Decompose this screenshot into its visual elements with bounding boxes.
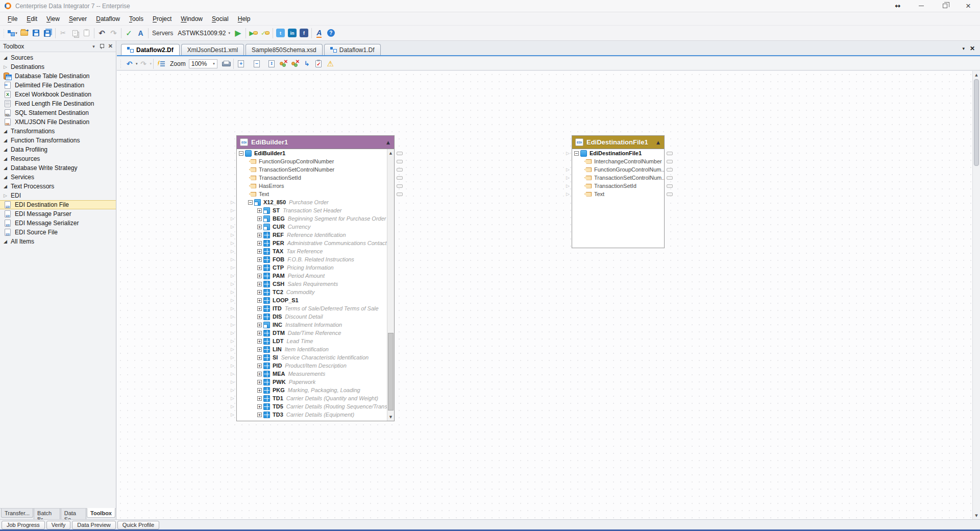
new-dataflow-button[interactable]: ▾ <box>7 27 18 39</box>
output-port[interactable] <box>397 152 403 155</box>
tree-row[interactable]: +TAXTax Reference <box>237 247 387 255</box>
fit-height-button[interactable]: ↕ <box>266 58 278 70</box>
print-button[interactable] <box>220 58 232 70</box>
toolbox-category-data-profiling[interactable]: ◢Data Profiling <box>0 145 116 154</box>
tree-row[interactable]: +ITDTerms of Sale/Deferred Terms of Sale <box>237 304 387 312</box>
input-port[interactable]: ▷ <box>231 306 234 310</box>
output-port[interactable] <box>667 160 673 163</box>
panel-close-icon[interactable]: ✕ <box>108 43 113 50</box>
input-port[interactable]: ▷ <box>231 331 234 335</box>
remove-broken-maps-button[interactable]: ✕ <box>278 58 289 70</box>
toolbox-item-excel-workbook-destination[interactable]: XExcel Workbook Destination <box>0 90 116 99</box>
input-port[interactable]: ▷ <box>231 372 234 376</box>
expander-plus-icon[interactable]: + <box>257 396 262 401</box>
open-button[interactable] <box>18 27 30 39</box>
tree-row[interactable]: +TD3Carrier Details (Equipment) <box>237 411 387 419</box>
tree-row[interactable]: TransactionSetId <box>237 174 387 182</box>
input-port[interactable]: ▷ <box>566 192 570 196</box>
scroll-down-icon[interactable]: ▼ <box>387 413 394 421</box>
menu-item-tools[interactable]: Tools <box>125 13 148 25</box>
input-port[interactable]: ▷ <box>231 364 234 368</box>
tree-row[interactable]: +TD1Carrier Details (Quantity and Weight… <box>237 394 387 402</box>
toolbox-item-edi-message-serializer[interactable]: EDIEDI Message Serializer <box>0 219 116 228</box>
tree-row[interactable]: +CURCurrency <box>237 223 387 231</box>
input-port[interactable]: ▷ <box>231 208 234 212</box>
input-port[interactable]: ▷ <box>231 282 234 286</box>
toolbox-category-edi[interactable]: ▷EDI <box>0 191 116 200</box>
expander-plus-icon[interactable]: + <box>257 380 262 384</box>
tree-row[interactable]: +LDTLead Time <box>237 337 387 345</box>
expander-plus-icon[interactable]: + <box>257 257 262 262</box>
expander-plus-icon[interactable]: + <box>257 306 262 311</box>
input-port[interactable]: ▷ <box>566 151 570 155</box>
scrollbar-thumb[interactable] <box>388 333 394 411</box>
expander-plus-icon[interactable]: + <box>257 233 262 237</box>
cut-button[interactable]: ✂ <box>57 27 69 39</box>
toolbox-category-destinations[interactable]: ▷Destinations <box>0 62 116 71</box>
status-tab-quick-profile[interactable]: Quick Profile <box>117 521 159 529</box>
menu-item-social[interactable]: Social <box>207 13 233 25</box>
input-port[interactable]: ▷ <box>566 167 570 172</box>
tree-row[interactable]: +CSHSales Requirements <box>237 280 387 288</box>
input-port[interactable]: ▷ <box>231 274 234 278</box>
panel-menu-chevron-icon[interactable]: ▾ <box>92 44 95 49</box>
expander-plus-icon[interactable]: + <box>257 388 262 393</box>
output-port[interactable] <box>667 152 673 155</box>
help-button[interactable]: ? <box>325 27 337 39</box>
expander-plus-icon[interactable]: + <box>257 372 262 376</box>
tree-row[interactable]: Text <box>237 190 387 198</box>
run-with-profiling-button[interactable]: ▶ <box>248 27 259 39</box>
output-port[interactable] <box>397 176 403 180</box>
expander-plus-icon[interactable]: + <box>257 355 262 360</box>
minimize-button[interactable] <box>910 0 933 12</box>
run-dataflow-button[interactable]: ▶ <box>232 27 244 39</box>
tab-close-icon[interactable]: ✕ <box>970 45 975 52</box>
resize-arrows-icon[interactable]: ↔ <box>886 0 910 12</box>
node-header[interactable]: EDIEdiDestinationFile1▲ <box>572 136 664 149</box>
menu-item-view[interactable]: View <box>42 13 64 25</box>
redo-dropdown-icon[interactable]: ▾ <box>150 62 152 66</box>
scroll-up-icon[interactable]: ▲ <box>973 71 980 79</box>
output-port[interactable] <box>397 168 403 172</box>
expander-plus-icon[interactable]: + <box>257 339 262 344</box>
expander-plus-icon[interactable]: + <box>257 315 262 319</box>
linkedin-icon[interactable]: in <box>286 27 298 39</box>
expander-plus-icon[interactable]: + <box>257 323 262 327</box>
panel-tab-transfer-[interactable]: Transfer... <box>1 509 33 518</box>
output-port[interactable] <box>667 176 673 180</box>
expander-plus-icon[interactable]: + <box>257 216 262 221</box>
toolbox-category-sources[interactable]: ◢Sources <box>0 53 116 62</box>
input-port[interactable]: ▷ <box>566 176 570 180</box>
tree-row[interactable]: TransactionSetControlNumber <box>237 165 387 174</box>
toolbox-item-fixed-length-file-destination[interactable]: Fixed Length File Destination <box>0 99 116 108</box>
toolbox-item-edi-destination-file[interactable]: EDIEDI Destination File <box>0 200 116 209</box>
tree-row[interactable]: +CTPPricing Information <box>237 263 387 272</box>
expander-minus-icon[interactable]: − <box>239 151 243 156</box>
link-style-button[interactable]: ↳ <box>301 58 313 70</box>
toolbox-item-database-table-destination[interactable]: Database Table Destination <box>0 71 116 81</box>
facebook-icon[interactable]: f <box>298 27 310 39</box>
toolbar-grip[interactable] <box>120 59 122 68</box>
warnings-button[interactable]: ⚠ <box>325 58 336 70</box>
input-port[interactable]: ▷ <box>231 249 234 253</box>
astera-font-button[interactable]: A <box>313 27 325 39</box>
tree-row[interactable]: TransactionSetControlNum... <box>572 174 664 182</box>
tree-row[interactable]: +PERAdministrative Communications Contac… <box>237 239 387 247</box>
close-button[interactable]: × <box>957 0 980 12</box>
pin-icon[interactable] <box>100 43 104 49</box>
expander-plus-icon[interactable]: + <box>257 347 262 352</box>
toolbox-category-database-write-strategy[interactable]: ◢Database Write Strategy <box>0 163 116 173</box>
tree-row[interactable]: +MEAMeasurements <box>237 370 387 378</box>
tree-row[interactable]: +TD5Carrier Details (Routing Sequence/Tr… <box>237 402 387 411</box>
tree-row[interactable]: +DTMDate/Time Reference <box>237 329 387 337</box>
node-edibuilder[interactable]: EDIEdiBuilder1▲−EdiBuilder1FunctionGroup… <box>236 135 395 421</box>
tree-row[interactable]: +DISDiscount Detail <box>237 312 387 321</box>
output-port[interactable] <box>397 192 403 196</box>
scroll-up-icon[interactable]: ▲ <box>387 149 394 157</box>
scroll-down-icon[interactable]: ▼ <box>973 512 980 519</box>
toolbar-grip[interactable] <box>3 29 5 38</box>
canvas-vertical-scrollbar[interactable]: ▲ ▼ <box>972 71 980 519</box>
scrollbar-thumb[interactable] <box>974 79 979 166</box>
input-port[interactable]: ▷ <box>231 396 234 400</box>
output-port[interactable] <box>667 168 673 172</box>
